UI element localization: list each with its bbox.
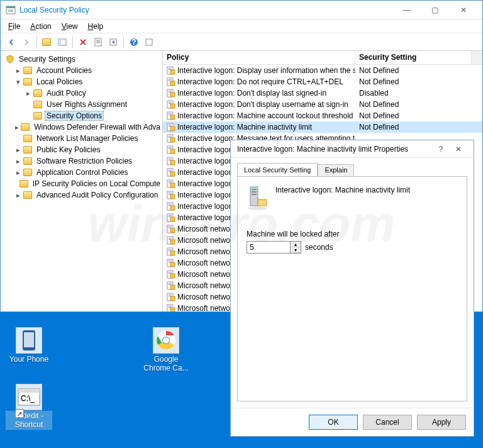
tree-item-label: Local Policies — [35, 77, 84, 87]
expand-toggle-icon[interactable]: ▸ — [14, 146, 22, 154]
list-row[interactable]: Interactive logon: Don't display usernam… — [163, 99, 482, 110]
svg-rect-78 — [169, 260, 172, 261]
shield-icon — [6, 55, 14, 64]
expand-toggle-icon[interactable]: ▸ — [14, 67, 22, 75]
policy-icon — [167, 202, 175, 211]
svg-rect-86 — [169, 283, 172, 284]
policy-icon — [167, 259, 175, 267]
desktop-icon-bcdedit[interactable]: C:\_ ↗ bcdedit - Shortcut — [6, 384, 52, 429]
expand-toggle-icon[interactable]: ▸ — [14, 191, 22, 199]
folder-icon — [21, 123, 30, 131]
expand-toggle-icon[interactable]: ▸ — [25, 89, 32, 98]
tree-item[interactable]: IP Security Policies on Local Compute — [1, 178, 162, 189]
desktop-icon-your-phone[interactable]: Your Phone — [6, 327, 52, 364]
list-row[interactable]: Interactive logon: Don't display last si… — [163, 87, 482, 99]
tree-item[interactable]: User Rights Assignment — [1, 99, 162, 110]
apply-button[interactable]: Apply — [417, 415, 466, 430]
seconds-input[interactable] — [247, 241, 291, 254]
context-help-button[interactable]: ? — [432, 145, 450, 154]
spinner[interactable]: ▲ ▼ — [291, 241, 301, 254]
chrome-icon — [153, 327, 179, 354]
folder-icon — [33, 112, 42, 120]
spin-down-icon[interactable]: ▼ — [291, 247, 301, 253]
shortcut-arrow-icon: ↗ — [15, 409, 24, 418]
svg-rect-92 — [170, 296, 175, 301]
svg-rect-22 — [169, 102, 172, 103]
delete-button[interactable] — [76, 35, 90, 49]
dialog-close-button[interactable]: ✕ — [450, 145, 467, 154]
menu-action[interactable]: Action — [25, 21, 56, 32]
ok-button[interactable]: OK — [309, 415, 358, 430]
expand-toggle-icon[interactable]: ▾ — [14, 78, 22, 86]
list-row[interactable]: Interactive logon: Machine inactivity li… — [163, 121, 482, 133]
menu-help[interactable]: Help — [83, 21, 109, 32]
svg-rect-8 — [146, 39, 152, 45]
svg-rect-58 — [169, 204, 172, 204]
list-header[interactable]: Policy Security Setting — [163, 51, 482, 65]
tree-item[interactable]: ▸Application Control Policies — [1, 167, 162, 178]
folder-icon — [33, 89, 42, 97]
tree-item[interactable]: ▸Advanced Audit Policy Configuration — [1, 189, 162, 201]
tree-item[interactable]: ▸Audit Policy — [1, 87, 162, 99]
close-button[interactable]: ✕ — [449, 1, 477, 19]
forward-button[interactable] — [19, 35, 33, 49]
show-hide-tree-button[interactable] — [55, 35, 69, 49]
up-button[interactable] — [40, 35, 54, 49]
column-policy[interactable]: Policy — [163, 51, 355, 64]
properties-button[interactable] — [91, 35, 105, 49]
svg-rect-3 — [58, 39, 61, 45]
expand-toggle-icon[interactable]: ▸ — [14, 169, 22, 177]
policy-icon — [167, 213, 175, 222]
tab-local-security-setting[interactable]: Local Security Setting — [237, 163, 318, 176]
tree-item[interactable]: Network List Manager Policies — [1, 133, 162, 144]
folder-icon — [23, 169, 32, 176]
policy-name: Interactive logon: Machine inactivity li… — [177, 123, 312, 132]
tree-item-label: Security Options — [45, 111, 104, 121]
policy-icon — [167, 179, 175, 188]
tree-item[interactable]: ▾Local Policies — [1, 76, 162, 87]
svg-rect-40 — [170, 149, 175, 154]
tree-root[interactable]: Security Settings — [1, 53, 162, 65]
tree-item[interactable]: ▸Software Restriction Policies — [1, 155, 162, 167]
dialog-title: Interactive logon: Machine inactivity li… — [237, 145, 432, 154]
maximize-button[interactable]: ▢ — [421, 1, 449, 19]
security-setting-value: Not Defined — [355, 77, 482, 86]
svg-rect-32 — [170, 126, 175, 131]
back-button[interactable] — [4, 35, 18, 49]
list-row[interactable]: Interactive logon: Machine account locko… — [163, 110, 482, 121]
help-button[interactable]: ? — [127, 35, 141, 49]
toolbar: ? — [1, 33, 482, 51]
svg-rect-70 — [169, 238, 172, 238]
refresh-button[interactable] — [142, 35, 156, 49]
policy-icon — [167, 111, 175, 120]
minimize-button[interactable]: — — [392, 1, 421, 19]
expand-toggle-icon[interactable]: ▸ — [14, 157, 22, 165]
column-security-setting[interactable]: Security Setting — [355, 51, 472, 64]
svg-rect-113 — [18, 389, 40, 393]
tree-item[interactable]: Security Options — [1, 110, 162, 121]
folder-icon — [23, 157, 32, 165]
tree-item[interactable]: ▸Account Policies — [1, 65, 162, 76]
security-setting-value: Not Defined — [355, 123, 482, 132]
desktop-icon-chrome[interactable]: Google Chrome Ca... — [143, 327, 189, 372]
list-row[interactable]: Interactive logon: Display user informat… — [163, 65, 482, 76]
cancel-button[interactable]: Cancel — [363, 415, 412, 430]
svg-rect-48 — [170, 172, 175, 176]
export-button[interactable] — [106, 35, 120, 49]
titlebar[interactable]: Local Security Policy — ▢ ✕ — [1, 1, 482, 20]
tree-item[interactable]: ▸Windows Defender Firewall with Adva — [1, 121, 162, 133]
tree-pane[interactable]: Security Settings ▸Account Policies▾Loca… — [1, 51, 163, 311]
menu-file[interactable]: File — [3, 21, 25, 32]
expand-toggle-icon[interactable]: ▸ — [14, 123, 19, 132]
menu-view[interactable]: View — [57, 21, 83, 32]
policy-name: Interactive logon: Do not require CTRL+A… — [177, 77, 343, 86]
folder-icon — [23, 67, 32, 74]
list-row[interactable]: Interactive logon: Do not require CTRL+A… — [163, 76, 482, 87]
security-setting-value: Disabled — [355, 89, 482, 98]
tab-explain[interactable]: Explain — [318, 164, 354, 176]
tree-item[interactable]: ▸Public Key Policies — [1, 144, 162, 155]
spin-up-icon[interactable]: ▲ — [291, 242, 301, 247]
svg-rect-28 — [170, 115, 175, 120]
menubar: File Action View Help — [1, 20, 482, 33]
dialog-titlebar[interactable]: Interactive logon: Machine inactivity li… — [231, 140, 474, 158]
